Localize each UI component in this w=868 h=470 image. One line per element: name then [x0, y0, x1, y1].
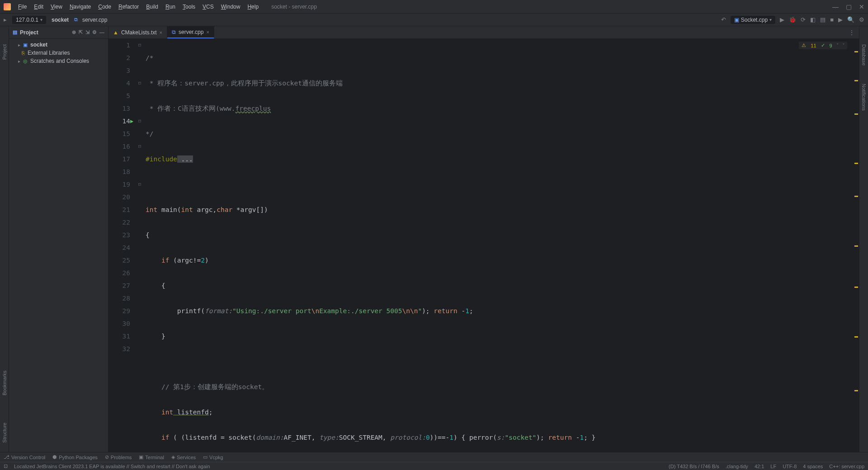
menu-edit[interactable]: Edit — [30, 2, 47, 12]
tab-label: CMakeLists.txt — [121, 29, 157, 36]
editor-tabs: ▲ CMakeLists.txt × ⧉ server.cpp × ⋮ — [108, 26, 859, 39]
gear-icon[interactable]: ⚙ — [92, 29, 97, 35]
next-highlight-icon[interactable]: ˇ — [843, 43, 844, 48]
line-num: 29 — [108, 305, 130, 317]
left-tool-rail: Project Bookmarks Structure — [0, 26, 9, 452]
bottom-tool-bar: ⎇Version Control ⬢Python Packages ⊘Probl… — [0, 452, 868, 462]
code-content[interactable]: /* * 程序名：server.cpp，此程序用于演示socket通信的服务端 … — [144, 39, 854, 452]
run-target-icon[interactable]: ▸ — [4, 16, 7, 23]
fold-column[interactable]: ⊟⊟ ⊟⊟⊟ — [136, 39, 144, 452]
marker-strip[interactable] — [854, 39, 859, 452]
tab-close-icon[interactable]: × — [160, 30, 162, 35]
menu-file[interactable]: File — [14, 2, 30, 12]
status-encoding[interactable]: UTF-8 — [783, 464, 797, 469]
minimize-icon[interactable]: — — [832, 3, 839, 10]
rail-database[interactable]: Database — [861, 44, 867, 66]
menu-view[interactable]: View — [47, 2, 66, 12]
btab-terminal[interactable]: ▣Terminal — [139, 454, 164, 460]
line-num: 18 — [108, 165, 130, 178]
menu-navigate[interactable]: Navigate — [66, 2, 94, 12]
run-config-label: Socket.cpp — [741, 17, 768, 23]
inspection-widget[interactable]: ⚠ 11 ✓ 9 ˆ ˇ — [799, 42, 847, 49]
btab-services[interactable]: ◈Services — [171, 454, 196, 460]
run-target-dropdown[interactable]: 127.0.0.1 ▾ — [12, 16, 46, 24]
tab-close-icon[interactable]: × — [206, 29, 209, 35]
breadcrumb-file[interactable]: server.cpp — [74, 17, 107, 23]
line-num: 4 — [108, 77, 130, 89]
line-num: 23 — [108, 229, 130, 241]
status-message[interactable]: Localized JetBrains Client 2023.1 EAP is… — [14, 464, 210, 469]
status-indent[interactable]: 4 spaces — [803, 464, 823, 469]
menu-build[interactable]: Build — [142, 2, 162, 12]
prev-highlight-icon[interactable]: ˆ — [837, 43, 839, 48]
project-panel-title: Project — [20, 29, 38, 36]
search-icon[interactable]: 🔍 — [847, 16, 854, 23]
run-icon[interactable]: ▶ — [780, 16, 784, 23]
chevron-down-icon: ▾ — [769, 17, 772, 22]
line-num: 14 — [108, 115, 130, 127]
menu-help[interactable]: Help — [244, 2, 262, 12]
run-configuration-dropdown[interactable]: ▣ Socket.cpp ▾ — [731, 16, 775, 24]
tree-external-libs[interactable]: ⎘ External Libraries — [9, 49, 108, 57]
coverage-icon[interactable]: ◧ — [810, 16, 816, 23]
menu-code[interactable]: Code — [94, 2, 115, 12]
line-num: 15 — [108, 127, 130, 140]
line-gutter[interactable]: 1 2 3 4 5 13 14 ▶ 15 16 17 18 19 20 21 2… — [108, 39, 136, 452]
tree-label: Scratches and Consoles — [30, 58, 89, 64]
run-gutter-icon[interactable]: ▶ — [130, 115, 133, 127]
target-icon[interactable]: ⊕ — [72, 29, 76, 35]
tab-label: server.cpp — [179, 29, 203, 35]
maximize-icon[interactable]: ▢ — [846, 3, 852, 10]
line-num: 1 — [108, 39, 130, 52]
profile-icon[interactable]: ▤ — [820, 16, 826, 23]
menu-tools[interactable]: Tools — [179, 2, 199, 12]
status-context[interactable]: C++: server.cpp — [829, 464, 864, 469]
btab-version-control[interactable]: ⎇Version Control — [4, 454, 45, 460]
status-line-sep[interactable]: LF — [770, 464, 776, 469]
rail-project[interactable]: Project — [2, 44, 7, 60]
line-num: 25 — [108, 254, 130, 267]
back-icon[interactable]: ↶ — [721, 16, 726, 23]
btab-vcpkg[interactable]: ▭Vcpkg — [203, 454, 223, 460]
vcs-icon: ⎇ — [4, 454, 9, 460]
tab-overflow-icon[interactable]: ⋮ — [844, 26, 859, 38]
status-msg-icon: ⊡ — [4, 463, 8, 469]
run-all-icon[interactable]: ▶ — [838, 16, 843, 23]
tab-cmakelists[interactable]: ▲ CMakeLists.txt × — [108, 26, 167, 38]
menu-refactor[interactable]: Refactor — [115, 2, 142, 12]
btab-problems[interactable]: ⊘Problems — [105, 454, 132, 460]
line-num: 27 — [108, 279, 130, 292]
line-num: 30 — [108, 317, 130, 330]
attach-icon[interactable]: ⟳ — [801, 16, 806, 23]
menu-bar: File Edit View Navigate Code Refactor Bu… — [0, 0, 868, 14]
tab-server-cpp[interactable]: ⧉ server.cpp × — [167, 26, 214, 38]
settings-icon[interactable]: ⚙ — [859, 16, 864, 23]
status-lint[interactable]: .clang-tidy — [726, 464, 748, 469]
chevron-right-icon: ▸ — [18, 42, 20, 47]
menu-vcs[interactable]: VCS — [199, 2, 217, 12]
stop-icon[interactable]: ■ — [830, 16, 834, 23]
debug-icon[interactable]: 🐞 — [789, 16, 796, 23]
breadcrumb[interactable]: socket — [52, 17, 69, 23]
code-view[interactable]: 1 2 3 4 5 13 14 ▶ 15 16 17 18 19 20 21 2… — [108, 39, 859, 452]
run-target-label: 127.0.0.1 — [16, 17, 38, 23]
menu-window[interactable]: Window — [217, 2, 244, 12]
btab-python-packages[interactable]: ⬢Python Packages — [52, 454, 98, 460]
rail-notifications[interactable]: Notifications — [861, 84, 867, 111]
package-icon: ⬢ — [52, 454, 57, 460]
status-bar: ⊡ Localized JetBrains Client 2023.1 EAP … — [0, 462, 868, 470]
tree-label: socket — [30, 42, 47, 48]
collapse-icon[interactable]: ⇱ — [79, 29, 83, 35]
line-num: 5 — [108, 89, 130, 102]
rail-structure[interactable]: Structure — [2, 423, 7, 443]
line-num: 24 — [108, 241, 130, 254]
rail-bookmarks[interactable]: Bookmarks — [2, 371, 7, 395]
hide-icon[interactable]: — — [99, 30, 104, 35]
status-caret-pos[interactable]: 42:1 — [755, 464, 764, 469]
menu-run[interactable]: Run — [162, 2, 179, 12]
tree-root-socket[interactable]: ▸ ▣ socket — [9, 41, 108, 49]
expand-icon[interactable]: ⇲ — [85, 29, 90, 35]
close-icon[interactable]: ✕ — [859, 3, 864, 10]
warning-icon: ⚠ — [802, 42, 806, 48]
tree-scratches[interactable]: ▸ ◎ Scratches and Consoles — [9, 57, 108, 65]
